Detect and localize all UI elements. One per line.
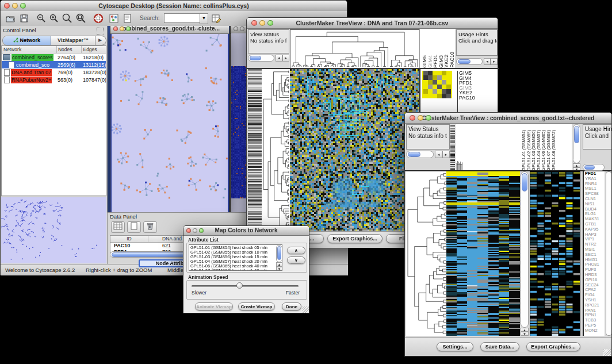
vizmapper-button[interactable]	[109, 13, 119, 26]
main-title-bar[interactable]: Cytoscape Desktop (Session Name: collins…	[1, 1, 347, 12]
scroll-left-arrow[interactable]: ◄	[484, 58, 491, 65]
select-all-attributes-button[interactable]	[111, 221, 125, 233]
zoom-window-icon[interactable]	[20, 3, 26, 9]
search-dropdown-button[interactable]: ▼	[200, 13, 208, 24]
close-icon[interactable]	[113, 26, 118, 31]
network-list-row[interactable]: combined_sco2569(6)13112(15)	[2, 61, 106, 68]
tab-network[interactable]: Network	[3, 36, 51, 45]
save-session-button[interactable]	[19, 13, 29, 26]
scroll-up-arrow[interactable]: ▲	[276, 262, 282, 267]
network-list-row[interactable]: DNA and Tran 07769(0)183728(0)	[2, 68, 106, 76]
zoom-selected-button[interactable]	[62, 13, 73, 26]
close-icon[interactable]	[410, 115, 415, 121]
move-down-button[interactable]: ∨	[287, 256, 305, 264]
gene-list-vscrollbar[interactable]	[606, 171, 612, 336]
listbox-vscrollbar[interactable]	[276, 245, 282, 262]
dialog-title-bar[interactable]: Map Colors to Network	[183, 226, 309, 236]
gene-label-list: PFD1YRA1RNR4MSL1SPC98CLN1NIS1BUD4ELG1MAK…	[583, 171, 605, 336]
export-graphics-button[interactable]: Export Graphics...	[526, 342, 580, 351]
move-up-button[interactable]: ∧	[287, 247, 305, 254]
expression-heatmap[interactable]	[446, 171, 520, 336]
zoom-window-icon[interactable]	[126, 26, 131, 31]
close-icon[interactable]	[186, 228, 191, 233]
help-button[interactable]	[93, 13, 104, 26]
speed-slider-track[interactable]	[192, 285, 299, 287]
column-dendrogram[interactable]	[456, 124, 520, 171]
gene-label[interactable]: MON2	[584, 328, 605, 334]
zoom-window-icon[interactable]	[199, 228, 204, 233]
tab-vizmapper[interactable]: VizMapper™	[51, 36, 95, 45]
zoom-out-button[interactable]	[36, 13, 47, 26]
column-label: GPL51-07 (GSM868)	[546, 130, 551, 171]
network-list-row[interactable]: RNAPuberNov2+563(0)107847(0)	[2, 76, 106, 83]
top-vscrollbar[interactable]	[573, 124, 580, 163]
minimize-icon[interactable]	[418, 115, 423, 121]
minimize-icon[interactable]	[12, 3, 18, 9]
attribute-list-item[interactable]: GPL51-07 (GSM868) heat shock 60 min	[189, 269, 276, 271]
network-view-canvas[interactable]	[112, 34, 228, 215]
column-label: PAC10	[449, 52, 455, 68]
resize-grip[interactable]	[603, 349, 611, 357]
tabs-more-button[interactable]: ▶	[95, 36, 105, 45]
main-window-title: Cytoscape Desktop (Session Name: collins…	[98, 2, 248, 9]
treeview-combined-title-bar[interactable]: ClusterMaker TreeView : combined_scores_…	[405, 113, 611, 124]
scroll-left-arrow[interactable]: ◄	[435, 151, 442, 158]
annotation-button[interactable]	[123, 13, 133, 26]
gene-list-hscrollbar[interactable]	[583, 164, 605, 171]
control-panel-header: Control Panel	[1, 26, 107, 35]
float-panel-icon[interactable]	[97, 28, 104, 35]
scroll-down-arrow[interactable]: ▼	[521, 332, 529, 336]
zoom-window-icon[interactable]	[426, 115, 431, 121]
network-list-row[interactable]: combined_scores2764(0)16218(0)	[2, 53, 106, 61]
view-status-hscrollbar[interactable]	[406, 151, 434, 158]
scroll-left-arrow[interactable]: ◄	[276, 55, 282, 62]
minimize-icon[interactable]	[259, 20, 265, 26]
minimize-icon[interactable]	[120, 26, 124, 31]
scroll-right-arrow[interactable]: ►	[442, 151, 450, 158]
close-icon[interactable]	[234, 26, 238, 31]
resize-grip[interactable]	[302, 306, 309, 313]
zoom-in-button[interactable]	[49, 13, 59, 26]
done-button[interactable]: Done	[282, 302, 301, 311]
attribute-listbox[interactable]: GPL51-01 (GSM854) heat shock 05 minGPL51…	[189, 244, 282, 271]
minimize-icon[interactable]	[240, 26, 244, 31]
scroll-right-arrow[interactable]: ►	[282, 55, 289, 62]
treeview-dna-title-bar[interactable]: ClusterMaker TreeView : DNA and Tran 07-…	[247, 18, 498, 29]
column-labels-spacer	[556, 124, 572, 171]
zoom-window-icon[interactable]	[267, 20, 273, 26]
usage-hints-hscrollbar[interactable]	[456, 58, 483, 65]
expression-heatmap[interactable]	[290, 69, 419, 231]
delete-attribute-button[interactable]	[143, 221, 157, 233]
scroll-up-arrow[interactable]: ▲	[521, 328, 529, 332]
close-icon[interactable]	[251, 20, 257, 26]
export-graphics-button[interactable]: Export Graphics...	[327, 234, 382, 243]
table-edit-icon	[211, 13, 221, 24]
data-panel-title: Data Panel	[110, 213, 137, 220]
speed-slider-thumb[interactable]	[236, 282, 243, 289]
heatmap-vscrollbar[interactable]	[521, 171, 529, 328]
usage-hints-panel: Usage Hints Click and drag to	[456, 29, 498, 56]
search-input[interactable]	[164, 13, 201, 23]
selected-cluster-heatmap[interactable]	[422, 71, 452, 98]
scroll-up-arrow[interactable]: ▲	[573, 163, 580, 167]
column-label: GIM3	[438, 55, 444, 68]
settings-button[interactable]: Settings...	[437, 342, 473, 351]
open-file-button[interactable]	[5, 13, 16, 26]
row-label-strip	[248, 69, 262, 231]
zoom-fit-button[interactable]	[75, 13, 87, 26]
column-dendrogram[interactable]	[290, 29, 420, 68]
scroll-right-arrow[interactable]: ►	[491, 58, 498, 65]
view-status-hscrollbar[interactable]	[248, 55, 274, 62]
close-icon[interactable]	[4, 3, 10, 9]
create-vizmap-button[interactable]: Create Vizmap	[238, 302, 275, 311]
save-data-button[interactable]: Save Data...	[480, 342, 519, 351]
network-overview-thumbnail[interactable]	[1, 197, 106, 263]
view-status-panel: View Status No status info f	[248, 29, 289, 53]
zoomed-heatmap[interactable]	[530, 171, 580, 336]
attribute-browser-button[interactable]	[211, 13, 221, 26]
scroll-down-arrow[interactable]: ▼	[276, 267, 282, 271]
unselect-all-attributes-button[interactable]	[127, 221, 141, 233]
row-dendrogram[interactable]	[406, 171, 446, 336]
save-icon	[19, 13, 29, 24]
row-dendrogram[interactable]	[262, 69, 290, 231]
